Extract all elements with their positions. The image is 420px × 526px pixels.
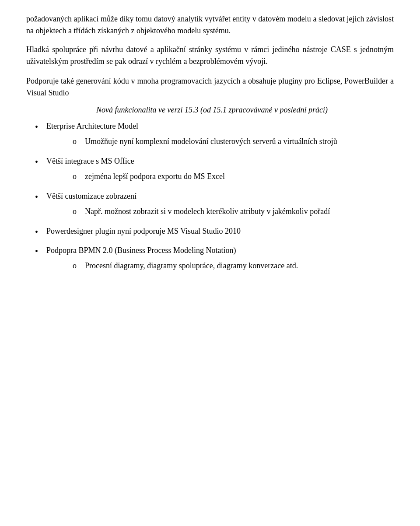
- sub-list-item: o Umožňuje nyní komplexní modelování clu…: [46, 136, 394, 147]
- sub-list: o Např. možnost zobrazit si v modelech k…: [46, 206, 394, 217]
- bullet-item-content: Větší integrace s MS Office o zejména le…: [46, 155, 394, 184]
- sub-item-text: zejména lepší podpora exportu do MS Exce…: [85, 171, 394, 182]
- list-item: • Podpopra BPMN 2.0 (Business Process Mo…: [26, 245, 394, 274]
- sub-list: o Procesní diagramy, diagramy spolupráce…: [46, 260, 394, 272]
- list-item: • Eterprise Architecture Model o Umožňuj…: [26, 120, 394, 149]
- bullet-item-content: Podpopra BPMN 2.0 (Business Process Mode…: [46, 245, 394, 274]
- bullet-icon: •: [35, 155, 45, 168]
- sub-bullet-icon: o: [73, 171, 85, 182]
- bullet-item-content: Powerdesigner plugin nyní podporuje MS V…: [46, 225, 394, 237]
- sub-bullet-icon: o: [73, 260, 85, 272]
- paragraph-3: Podporuje také generování kódu v mnoha p…: [26, 75, 394, 99]
- sub-list-item: o Např. možnost zobrazit si v modelech k…: [46, 206, 394, 217]
- paragraph-2-text: Hladká spolupráce při návrhu datové a ap…: [26, 45, 394, 66]
- list-item: • Větší customizace zobrazení o Např. mo…: [26, 190, 394, 219]
- bullet-label: Powerdesigner plugin nyní podporuje MS V…: [46, 227, 241, 235]
- italic-heading: Nová funkcionalita ve verzi 15.3 (od 15.…: [96, 104, 394, 116]
- sub-item-text: Umožňuje nyní komplexní modelování clust…: [85, 136, 394, 147]
- sub-list-item: o zejména lepší podpora exportu do MS Ex…: [46, 171, 394, 182]
- sub-item-text: Např. možnost zobrazit si v modelech kte…: [85, 206, 394, 217]
- sub-list: o Umožňuje nyní komplexní modelování clu…: [46, 136, 394, 147]
- bullet-label: Větší customizace zobrazení: [46, 192, 136, 200]
- sub-list: o zejména lepší podpora exportu do MS Ex…: [46, 171, 394, 182]
- italic-heading-block: Nová funkcionalita ve verzi 15.3 (od 15.…: [26, 104, 394, 116]
- bullet-label: Větší integrace s MS Office: [46, 157, 134, 165]
- main-content: požadovaných aplikací může díky tomu dat…: [26, 13, 394, 274]
- paragraph-2: Hladká spolupráce při návrhu datové a ap…: [26, 44, 394, 67]
- sub-bullet-icon: o: [73, 136, 85, 147]
- paragraph-3-text: Podporuje také generování kódu v mnoha p…: [26, 77, 394, 97]
- sub-list-item: o Procesní diagramy, diagramy spolupráce…: [46, 260, 394, 272]
- sub-bullet-icon: o: [73, 206, 85, 217]
- bullet-icon: •: [35, 190, 45, 203]
- bullet-icon: •: [35, 245, 45, 258]
- list-item: • Powerdesigner plugin nyní podporuje MS…: [26, 225, 394, 238]
- bullet-label: Eterprise Architecture Model: [46, 122, 138, 130]
- bullet-item-content: Větší customizace zobrazení o Např. možn…: [46, 190, 394, 219]
- bullet-icon: •: [35, 225, 45, 238]
- paragraph-1-text: požadovaných aplikací může díky tomu dat…: [26, 14, 394, 35]
- bullet-label: Podpopra BPMN 2.0 (Business Process Mode…: [46, 246, 236, 255]
- bullet-icon: •: [35, 120, 45, 133]
- feature-list: • Eterprise Architecture Model o Umožňuj…: [26, 120, 394, 274]
- sub-item-text: Procesní diagramy, diagramy spolupráce, …: [85, 260, 394, 272]
- bullet-item-content: Eterprise Architecture Model o Umožňuje …: [46, 120, 394, 149]
- list-item: • Větší integrace s MS Office o zejména …: [26, 155, 394, 184]
- paragraph-1: požadovaných aplikací může díky tomu dat…: [26, 13, 394, 37]
